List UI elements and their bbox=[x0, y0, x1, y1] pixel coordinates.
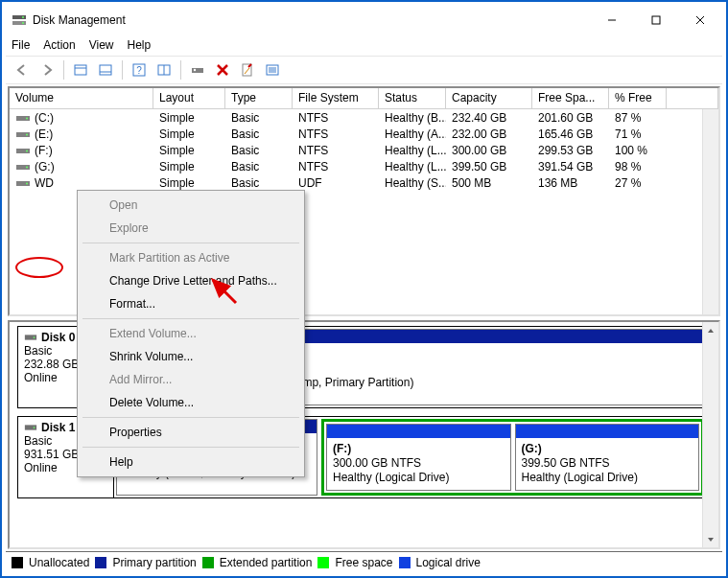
volume-pct: 100 % bbox=[609, 144, 667, 157]
volume-pct: 87 % bbox=[609, 111, 667, 125]
volume-layout: Simple bbox=[153, 160, 225, 173]
context-separator bbox=[82, 318, 299, 319]
disk-label: Disk 1 bbox=[41, 421, 75, 434]
partition-size: 300.00 GB NTFS bbox=[333, 456, 421, 470]
col-volume[interactable]: Volume bbox=[10, 88, 153, 108]
volume-row[interactable]: (G:)SimpleBasicNTFSHealthy (L...399.50 G… bbox=[10, 158, 718, 174]
context-item: Mark Partition as Active bbox=[81, 246, 301, 269]
menu-file[interactable]: File bbox=[12, 38, 30, 52]
volume-capacity: 232.40 GB bbox=[446, 111, 532, 125]
partition-status: Healthy (Logical Drive) bbox=[333, 471, 449, 484]
col-spare[interactable] bbox=[667, 88, 718, 108]
volume-status: Healthy (L... bbox=[379, 160, 446, 173]
menu-view[interactable]: View bbox=[89, 38, 114, 52]
volume-row[interactable]: (F:)SimpleBasicNTFSHealthy (L...300.00 G… bbox=[10, 142, 718, 158]
disk-icon bbox=[24, 331, 37, 344]
titlebar: Disk Management bbox=[6, 6, 722, 35]
svg-point-3 bbox=[22, 22, 24, 24]
volume-name: (G:) bbox=[35, 160, 55, 173]
volume-free: 165.46 GB bbox=[532, 127, 609, 141]
refresh-icon[interactable] bbox=[187, 59, 208, 81]
volume-pct: 27 % bbox=[609, 176, 667, 190]
context-item[interactable]: Help bbox=[81, 451, 301, 474]
delete-icon[interactable] bbox=[212, 59, 233, 81]
svg-rect-5 bbox=[652, 16, 660, 24]
svg-rect-8 bbox=[75, 65, 86, 75]
volume-pct: 98 % bbox=[609, 160, 667, 173]
volume-name: (E:) bbox=[35, 127, 53, 141]
legend-label: Logical drive bbox=[416, 556, 481, 569]
minimize-button[interactable] bbox=[590, 6, 634, 35]
volume-type: Basic bbox=[225, 111, 293, 125]
volume-free: 136 MB bbox=[532, 176, 609, 190]
forward-button[interactable] bbox=[36, 59, 58, 81]
svg-point-32 bbox=[26, 182, 28, 184]
legend-swatch-extended bbox=[202, 557, 214, 568]
menu-help[interactable]: Help bbox=[128, 38, 152, 52]
maximize-button[interactable] bbox=[634, 6, 678, 35]
list-scrollbar[interactable] bbox=[702, 109, 718, 314]
volume-free: 299.53 GB bbox=[532, 144, 609, 157]
col-status[interactable]: Status bbox=[379, 88, 446, 108]
properties-icon[interactable] bbox=[237, 59, 258, 81]
partition-f[interactable]: (F:) 300.00 GB NTFS Healthy (Logical Dri… bbox=[326, 424, 511, 491]
scroll-up-icon[interactable] bbox=[703, 322, 718, 338]
col-layout[interactable]: Layout bbox=[153, 88, 225, 108]
svg-point-36 bbox=[34, 427, 35, 428]
volume-capacity: 300.00 GB bbox=[446, 144, 532, 157]
help-icon[interactable]: ? bbox=[129, 59, 150, 81]
svg-point-2 bbox=[22, 16, 24, 18]
disk-label: Disk 0 bbox=[41, 331, 75, 344]
app-icon bbox=[12, 12, 27, 28]
partition-drive: (G:) bbox=[522, 442, 542, 455]
list-icon[interactable] bbox=[262, 59, 283, 81]
window-title: Disk Management bbox=[33, 13, 590, 27]
back-button[interactable] bbox=[12, 59, 33, 81]
partition-header bbox=[516, 425, 699, 438]
col-type[interactable]: Type bbox=[225, 88, 293, 108]
volume-status: Healthy (S... bbox=[379, 176, 446, 190]
legend: Unallocated Primary partition Extended p… bbox=[6, 551, 722, 572]
context-separator bbox=[82, 243, 299, 243]
scroll-down-icon[interactable] bbox=[703, 531, 718, 547]
volume-type: Basic bbox=[225, 176, 293, 190]
volume-fs: NTFS bbox=[293, 127, 379, 141]
svg-point-30 bbox=[26, 166, 28, 168]
legend-label: Free space bbox=[335, 556, 392, 569]
col-freespace[interactable]: Free Spa... bbox=[532, 88, 609, 108]
col-filesystem[interactable]: File System bbox=[293, 88, 379, 108]
volume-layout: Simple bbox=[153, 144, 225, 157]
volume-status: Healthy (L... bbox=[379, 144, 446, 157]
volume-row[interactable]: WDSimpleBasicUDFHealthy (S...500 MB136 M… bbox=[10, 174, 718, 191]
context-item[interactable]: Delete Volume... bbox=[81, 391, 301, 414]
svg-point-28 bbox=[26, 150, 28, 151]
close-button[interactable] bbox=[678, 6, 722, 35]
partition-g[interactable]: (G:) 399.50 GB NTFS Healthy (Logical Dri… bbox=[515, 424, 700, 491]
volume-fs: NTFS bbox=[293, 160, 379, 173]
volume-fs: NTFS bbox=[293, 144, 379, 157]
legend-swatch-logical bbox=[399, 557, 411, 568]
context-item[interactable]: Shrink Volume... bbox=[81, 345, 301, 368]
graph-scrollbar[interactable] bbox=[702, 322, 718, 547]
partition-header bbox=[327, 425, 510, 438]
volume-list-header: Volume Layout Type File System Status Ca… bbox=[10, 88, 718, 109]
svg-text:?: ? bbox=[136, 65, 142, 76]
context-separator bbox=[82, 417, 299, 418]
view-top-icon[interactable] bbox=[70, 59, 91, 81]
view-bottom-icon[interactable] bbox=[95, 59, 116, 81]
volume-row[interactable]: (E:)SimpleBasicNTFSHealthy (A...232.00 G… bbox=[10, 126, 718, 142]
svg-point-17 bbox=[194, 69, 196, 71]
context-item[interactable]: Format... bbox=[81, 292, 301, 315]
drive-icon bbox=[15, 178, 31, 189]
col-pctfree[interactable]: % Free bbox=[609, 88, 667, 108]
extended-partition: (F:) 300.00 GB NTFS Healthy (Logical Dri… bbox=[321, 419, 704, 496]
context-item[interactable]: Change Drive Letter and Paths... bbox=[81, 269, 301, 292]
context-item[interactable]: Properties bbox=[81, 421, 301, 444]
context-item: Extend Volume... bbox=[81, 322, 301, 345]
volume-row[interactable]: (C:)SimpleBasicNTFSHealthy (B...232.40 G… bbox=[10, 109, 718, 126]
partition-drive: (F:) bbox=[333, 442, 351, 455]
volume-name: (C:) bbox=[35, 111, 54, 125]
col-capacity[interactable]: Capacity bbox=[446, 88, 532, 108]
menu-action[interactable]: Action bbox=[43, 38, 75, 52]
settings-icon[interactable] bbox=[153, 59, 175, 81]
